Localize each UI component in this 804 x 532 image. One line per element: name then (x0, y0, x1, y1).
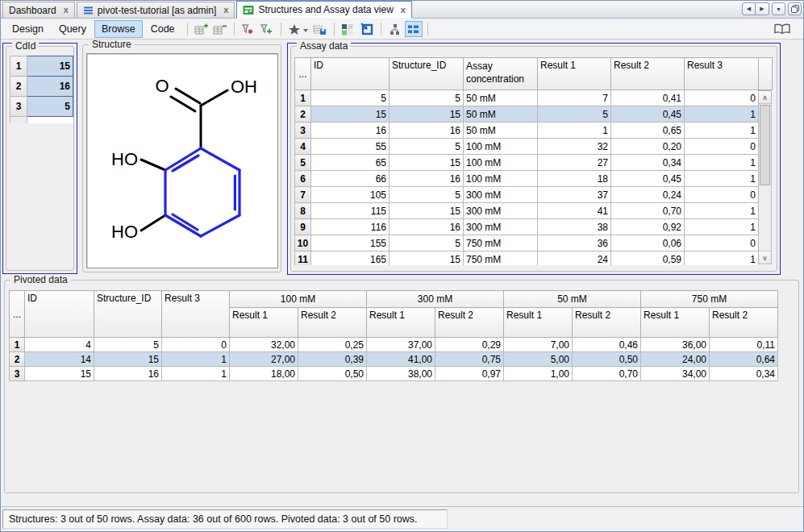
cell[interactable]: 0,50 (573, 352, 641, 367)
cell[interactable]: 38,00 (367, 367, 435, 381)
row-header[interactable]: 3 (295, 123, 311, 139)
cell[interactable]: 165 (311, 251, 390, 266)
cell[interactable]: 0 (162, 338, 230, 352)
cell[interactable]: 16 (27, 77, 73, 97)
cell[interactable]: 14 (25, 352, 94, 367)
sub-header-result-1[interactable]: Result 1 (641, 308, 710, 338)
table-row[interactable]: 15550 mM70,410 (295, 90, 773, 106)
column-header-result-3[interactable]: Result 3 (685, 58, 759, 90)
cell[interactable]: 105 (311, 187, 390, 203)
cell[interactable]: 5 (311, 90, 390, 106)
table-row[interactable]: 35 (10, 97, 73, 117)
cell[interactable]: 0,46 (573, 338, 641, 352)
column-header-result-2[interactable]: Result 2 (611, 58, 685, 90)
row-header[interactable]: 2 (295, 106, 311, 123)
table-row[interactable]: 3161650 mM10,651 (295, 123, 773, 139)
row-header[interactable]: 3 (10, 97, 27, 117)
cell[interactable]: 65 (311, 155, 390, 171)
cell[interactable]: 100 mM (464, 155, 538, 171)
row-header[interactable]: 7 (295, 187, 311, 203)
row-header[interactable]: 3 (10, 367, 25, 381)
cell[interactable]: 24 (538, 251, 611, 266)
table-row[interactable]: 21415127,000,3941,000,755,000,5024,000,6… (10, 352, 778, 367)
cell[interactable]: 0,24 (611, 187, 685, 203)
row-header[interactable]: 2 (10, 352, 25, 367)
row-header[interactable]: 2 (10, 77, 27, 97)
cell[interactable]: 27 (538, 155, 611, 171)
cell[interactable]: 32 (538, 139, 611, 155)
cell[interactable]: 37,00 (367, 338, 435, 352)
table-row[interactable]: 4555100 mM320,200 (295, 139, 773, 155)
cell[interactable]: 36,00 (641, 338, 710, 352)
cell[interactable]: 1 (685, 219, 759, 235)
cell[interactable]: 5 (390, 187, 464, 203)
table-row[interactable]: 115 (10, 56, 73, 77)
table-row[interactable]: 1116515750 mM240,591 (295, 251, 773, 266)
cell[interactable]: 5 (390, 90, 464, 106)
sub-header-result-2[interactable]: Result 2 (298, 308, 367, 338)
table-row[interactable]: 71055300 mM370,240 (295, 187, 773, 203)
cell[interactable]: 0 (685, 139, 759, 155)
column-header-assay-concentration[interactable]: Assay concentration (464, 58, 538, 90)
vertical-scrollbar[interactable]: ∧ ∨ (758, 90, 772, 264)
cell[interactable]: 155 (311, 235, 390, 251)
cell[interactable]: 50 mM (464, 90, 538, 106)
add-table-icon[interactable] (193, 21, 210, 37)
cell[interactable]: 0 (685, 235, 759, 251)
row-header[interactable]: 11 (295, 251, 311, 266)
cell[interactable]: 100 mM (464, 171, 538, 187)
table-row[interactable]: 811515300 mM410,701 (295, 203, 773, 219)
cell[interactable]: 300 mM (464, 203, 538, 219)
structure-canvas[interactable]: O OH HO HO (86, 53, 278, 268)
cell[interactable]: 0,29 (435, 338, 504, 352)
cell[interactable]: 5,00 (504, 352, 573, 367)
tab-list-dropdown-button[interactable]: ▼ (772, 2, 785, 15)
close-icon[interactable]: x (64, 6, 69, 15)
column-header-structure-id[interactable]: Structure_ID (390, 58, 464, 90)
cell[interactable]: 37 (538, 187, 611, 203)
column-header-id[interactable]: ID (25, 291, 94, 338)
row-header[interactable]: 10 (295, 235, 311, 251)
cell[interactable]: 1 (685, 251, 759, 266)
row-header[interactable]: 1 (10, 338, 25, 352)
cell[interactable]: 1 (685, 155, 759, 171)
cell[interactable]: 1,00 (504, 367, 573, 381)
cell[interactable]: 0,92 (611, 219, 685, 235)
cell[interactable]: 0,59 (611, 251, 685, 266)
cell[interactable]: 5 (94, 338, 162, 352)
table-row[interactable]: 101555750 mM360,060 (295, 235, 773, 251)
maximize-restore-button[interactable] (788, 2, 802, 15)
close-icon[interactable]: x (223, 6, 228, 15)
cell[interactable]: 5 (538, 106, 611, 123)
import-view-icon[interactable] (358, 21, 376, 37)
cell[interactable]: 0,70 (611, 203, 685, 219)
cell[interactable]: 300 mM (464, 219, 538, 235)
sub-header-result-1[interactable]: Result 1 (230, 308, 298, 338)
row-header[interactable]: 8 (295, 203, 311, 219)
cell[interactable]: 5 (27, 97, 73, 117)
cell[interactable]: 41 (538, 203, 611, 219)
cell[interactable]: 115 (311, 203, 390, 219)
cell[interactable]: 100 mM (464, 139, 538, 155)
cell[interactable]: 7 (538, 90, 611, 106)
group-header-300mM[interactable]: 300 mM (367, 291, 504, 308)
cell[interactable]: 1 (685, 106, 759, 123)
table-row[interactable]: 145032,000,2537,000,297,000,4636,000,11 (10, 338, 778, 352)
table-view-icon[interactable] (405, 21, 423, 37)
scrollbar-thumb[interactable] (760, 105, 770, 185)
cell[interactable]: 7,00 (504, 338, 573, 352)
cell[interactable]: 116 (311, 219, 390, 235)
cell[interactable]: 15 (27, 56, 73, 77)
column-header-result-3[interactable]: Result 3 (162, 291, 230, 338)
cell[interactable]: 34,00 (641, 367, 710, 381)
cell[interactable]: 750 mM (464, 251, 538, 266)
cell[interactable]: 41,00 (367, 352, 435, 367)
assay-data-widget[interactable]: Assay data ... ID Structure_ID A (287, 43, 781, 275)
row-header[interactable]: 5 (295, 155, 311, 171)
cell[interactable]: 15 (390, 155, 464, 171)
table-row[interactable]: 911616300 mM380,921 (295, 219, 773, 235)
cell[interactable]: 0,34 (710, 367, 778, 381)
cell[interactable]: 1 (538, 123, 611, 139)
saved-list-icon[interactable] (311, 21, 329, 37)
cell[interactable]: 50 mM (464, 106, 538, 123)
